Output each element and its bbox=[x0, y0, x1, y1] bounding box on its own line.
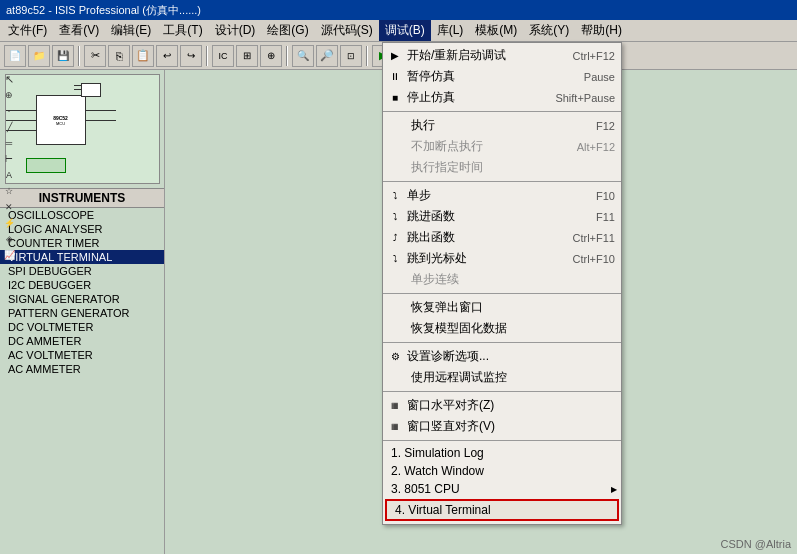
toolbar-undo[interactable]: ↩ bbox=[156, 45, 178, 67]
toolbar-zoom-fit[interactable]: ⊡ bbox=[340, 45, 362, 67]
debug-menu-watch-window[interactable]: 2. Watch Window bbox=[383, 462, 621, 480]
menu-draw[interactable]: 绘图(G) bbox=[261, 20, 314, 41]
menu-template[interactable]: 模板(M) bbox=[469, 20, 523, 41]
sep6 bbox=[383, 440, 621, 441]
menu-library[interactable]: 库(L) bbox=[431, 20, 470, 41]
pause-icon: ⏸ bbox=[387, 69, 403, 85]
debug-menu-step-into[interactable]: ⤵ 跳进函数 F11 bbox=[383, 206, 621, 227]
sep4 bbox=[383, 342, 621, 343]
toolbar-zoom-out[interactable]: 🔎 bbox=[316, 45, 338, 67]
watermark: CSDN @Altria bbox=[721, 538, 791, 550]
toolbar-paste[interactable]: 📋 bbox=[132, 45, 154, 67]
menu-tools[interactable]: 工具(T) bbox=[157, 20, 208, 41]
schematic-preview: 89C52 MCU bbox=[5, 74, 160, 184]
tool-symbols[interactable]: ☆ bbox=[2, 184, 16, 198]
instrument-counter-timer[interactable]: COUNTER TIMER bbox=[0, 236, 164, 250]
v-align-icon: ▦ bbox=[387, 419, 403, 435]
sep1 bbox=[383, 111, 621, 112]
toolbar-zoom-in[interactable]: 🔍 bbox=[292, 45, 314, 67]
stop-icon: ■ bbox=[387, 90, 403, 106]
toolbar-cut[interactable]: ✂ bbox=[84, 45, 106, 67]
menu-design[interactable]: 设计(D) bbox=[209, 20, 262, 41]
menu-source[interactable]: 源代码(S) bbox=[315, 20, 379, 41]
tool-marker[interactable]: ✕ bbox=[2, 200, 16, 214]
debug-menu[interactable]: ▶ 开始/重新启动调试 Ctrl+F12 ⏸ 暂停仿真 Pause ■ 停止仿真… bbox=[382, 42, 622, 525]
step-cursor-icon: ⤵ bbox=[387, 251, 403, 267]
instrument-pattern-generator[interactable]: PATTERN GENERATOR bbox=[0, 306, 164, 320]
debug-menu-step-cursor[interactable]: ⤵ 跳到光标处 Ctrl+F10 bbox=[383, 248, 621, 269]
menu-bar: 文件(F) 查看(V) 编辑(E) 工具(T) 设计(D) 绘图(G) 源代码(… bbox=[0, 20, 797, 42]
debug-menu-step-out[interactable]: ⤴ 跳出函数 Ctrl+F11 bbox=[383, 227, 621, 248]
toolbar-open[interactable]: 📁 bbox=[28, 45, 50, 67]
instruments-header: INSTRUMENTS bbox=[0, 188, 164, 208]
toolbar-new[interactable]: 📄 bbox=[4, 45, 26, 67]
debug-menu-timed[interactable]: 执行指定时间 bbox=[383, 157, 621, 178]
instrument-ac-voltmeter[interactable]: AC VOLTMETER bbox=[0, 348, 164, 362]
menu-edit[interactable]: 编辑(E) bbox=[105, 20, 157, 41]
instrument-dc-ammeter[interactable]: DC AMMETER bbox=[0, 334, 164, 348]
instrument-logic-analyser[interactable]: LOGIC ANALYSER bbox=[0, 222, 164, 236]
debug-menu-start[interactable]: ▶ 开始/重新启动调试 Ctrl+F12 bbox=[383, 45, 621, 66]
tool-graph[interactable]: 📈 bbox=[2, 248, 16, 262]
debug-menu-diag[interactable]: ⚙ 设置诊断选项... bbox=[383, 346, 621, 367]
instrument-spi-debugger[interactable]: SPI DEBUGGER bbox=[0, 264, 164, 278]
toolbar-sep3 bbox=[286, 46, 288, 66]
instrument-dc-voltmeter[interactable]: DC VOLTMETER bbox=[0, 320, 164, 334]
toolbar-save[interactable]: 💾 bbox=[52, 45, 74, 67]
debug-menu-h-align[interactable]: ▦ 窗口水平对齐(Z) bbox=[383, 395, 621, 416]
instrument-signal-generator[interactable]: SIGNAL GENERATOR bbox=[0, 292, 164, 306]
debug-menu-execute[interactable]: 执行 F12 bbox=[383, 115, 621, 136]
tool-wire[interactable]: ╱ bbox=[2, 120, 16, 134]
instrument-i2c-debugger[interactable]: I2C DEBUGGER bbox=[0, 278, 164, 292]
instrument-virtual-terminal[interactable]: VIRTUAL TERMINAL bbox=[0, 250, 164, 264]
step-into-icon: ⤵ bbox=[387, 209, 403, 225]
tool-bus[interactable]: ═ bbox=[2, 136, 16, 150]
debug-menu-step[interactable]: ⤵ 单步 F10 bbox=[383, 185, 621, 206]
menu-file[interactable]: 文件(F) bbox=[2, 20, 53, 41]
toolbar-copy[interactable]: ⎘ bbox=[108, 45, 130, 67]
instrument-oscilloscope[interactable]: OSCILLOSCOPE bbox=[0, 208, 164, 222]
step-icon: ⤵ bbox=[387, 188, 403, 204]
debug-menu-v-align[interactable]: ▦ 窗口竖直对齐(V) bbox=[383, 416, 621, 437]
debug-menu-8051-cpu[interactable]: 3. 8051 CPU bbox=[383, 480, 621, 498]
debug-menu-pause[interactable]: ⏸ 暂停仿真 Pause bbox=[383, 66, 621, 87]
diag-icon: ⚙ bbox=[387, 349, 403, 365]
menu-view[interactable]: 查看(V) bbox=[53, 20, 105, 41]
menu-system[interactable]: 系统(Y) bbox=[523, 20, 575, 41]
toolbar-sep4 bbox=[366, 46, 368, 66]
debug-menu-restore-popups[interactable]: 恢复弹出窗口 bbox=[383, 297, 621, 318]
tool-tape[interactable]: ◈ bbox=[2, 232, 16, 246]
tool-select[interactable]: ↖ bbox=[2, 72, 16, 86]
debug-menu-remote[interactable]: 使用远程调试监控 bbox=[383, 367, 621, 388]
toolbar-redo[interactable]: ↪ bbox=[180, 45, 202, 67]
debug-menu-stop[interactable]: ■ 停止仿真 Shift+Pause bbox=[383, 87, 621, 108]
tool-component[interactable]: ⊕ bbox=[2, 88, 16, 102]
sep3 bbox=[383, 293, 621, 294]
sep2 bbox=[383, 181, 621, 182]
debug-menu-no-break[interactable]: 不加断点执行 Alt+F12 bbox=[383, 136, 621, 157]
debug-menu-restore-model[interactable]: 恢复模型固化数据 bbox=[383, 318, 621, 339]
debug-menu-sim-log[interactable]: 1. Simulation Log bbox=[383, 444, 621, 462]
toolbar-junction[interactable]: ⊕ bbox=[260, 45, 282, 67]
debug-menu-virtual-terminal[interactable]: 4. Virtual Terminal bbox=[385, 499, 619, 521]
menu-debug[interactable]: 调试(B) bbox=[379, 20, 431, 41]
step-out-icon: ⤴ bbox=[387, 230, 403, 246]
toolbar-wire[interactable]: ⊞ bbox=[236, 45, 258, 67]
title-bar: at89c52 - ISIS Professional (仿真中......) bbox=[0, 0, 797, 20]
title-text: at89c52 - ISIS Professional (仿真中......) bbox=[6, 3, 201, 18]
tool-text[interactable]: A bbox=[2, 168, 16, 182]
sep5 bbox=[383, 391, 621, 392]
instruments-list: OSCILLOSCOPE LOGIC ANALYSER COUNTER TIME… bbox=[0, 208, 164, 376]
instrument-ac-ammeter[interactable]: AC AMMETER bbox=[0, 362, 164, 376]
toolbar-sep2 bbox=[206, 46, 208, 66]
toolbar-component[interactable]: IC bbox=[212, 45, 234, 67]
debug-menu-step-cont[interactable]: 单步连续 bbox=[383, 269, 621, 290]
tool-pin[interactable]: ⊢ bbox=[2, 152, 16, 166]
tool-junction[interactable]: · bbox=[2, 104, 16, 118]
tool-probe[interactable]: ⚡ bbox=[2, 216, 16, 230]
h-align-icon: ▦ bbox=[387, 398, 403, 414]
toolbar-sep1 bbox=[78, 46, 80, 66]
left-toolbar: ↖ ⊕ · ╱ ═ ⊢ A ☆ ✕ ⚡ ◈ 📈 bbox=[0, 70, 14, 264]
left-panel: 89C52 MCU INSTRUMENTS OSCILLOSCOPE LOGIC… bbox=[0, 70, 165, 554]
menu-help[interactable]: 帮助(H) bbox=[575, 20, 628, 41]
